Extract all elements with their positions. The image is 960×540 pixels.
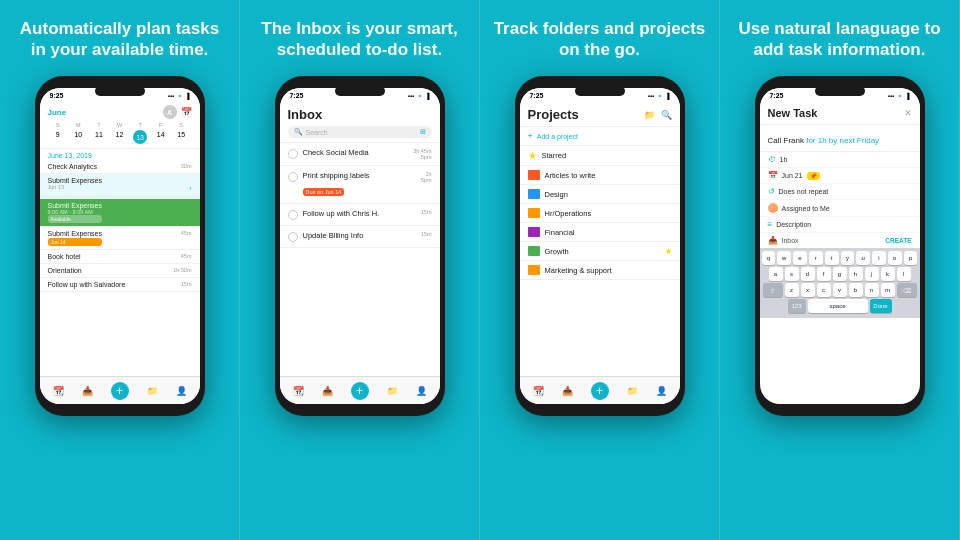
- folder-icon[interactable]: 📁: [644, 110, 655, 120]
- key-x[interactable]: x: [801, 283, 815, 297]
- key-done[interactable]: Done: [870, 299, 892, 313]
- key-shift[interactable]: ⇧: [763, 283, 783, 297]
- folder-articles-icon: [528, 170, 540, 180]
- proj-starred[interactable]: ★ Starred: [520, 146, 680, 166]
- key-v[interactable]: v: [833, 283, 847, 297]
- key-p[interactable]: p: [904, 251, 918, 265]
- tab-proj-active[interactable]: 📁: [627, 386, 638, 396]
- tab-cal-3[interactable]: 📆: [533, 386, 544, 396]
- search-projects-icon[interactable]: 🔍: [661, 110, 672, 120]
- task-book-hotel: Book hotel 45m: [40, 250, 200, 264]
- key-m[interactable]: m: [881, 283, 895, 297]
- key-l[interactable]: l: [897, 267, 911, 281]
- panel-newtask: Use natural lanaguage toadd task informa…: [720, 0, 960, 540]
- tab-proj-2[interactable]: 📁: [387, 386, 398, 396]
- arrow-icon: ›: [189, 185, 191, 192]
- key-d[interactable]: d: [801, 267, 815, 281]
- task-text-natural-language: for 1h by next Friday: [804, 136, 879, 145]
- tab-profile-3[interactable]: 👤: [656, 386, 667, 396]
- add-task-button-1[interactable]: +: [111, 382, 129, 400]
- key-b[interactable]: b: [849, 283, 863, 297]
- status-icons-4: ▪▪▪ 🔹 ▐: [888, 92, 910, 99]
- checkbox-2[interactable]: [288, 172, 298, 182]
- inbox-header: Inbox 🔍 Search ⊞: [280, 101, 440, 143]
- key-backspace[interactable]: ⌫: [897, 283, 917, 297]
- key-r[interactable]: r: [809, 251, 823, 265]
- detail-assignee[interactable]: Assigned to Me: [760, 200, 920, 217]
- screen-inbox: 7:25 ▪▪▪ 🔹 ▐ Inbox 🔍 Search ⊞ C: [280, 88, 440, 404]
- inbox-task-3: Follow up with Chris H. 15m: [280, 204, 440, 226]
- key-j[interactable]: j: [865, 267, 879, 281]
- panel3-headline: Track folders and projectson the go.: [494, 18, 706, 62]
- detail-date[interactable]: 📅 Jun 21 📌: [760, 168, 920, 184]
- tab-profile-1[interactable]: 👤: [176, 386, 187, 396]
- key-n[interactable]: n: [865, 283, 879, 297]
- detail-duration[interactable]: ⏱ 1h: [760, 152, 920, 168]
- add-project-row[interactable]: + Add a project: [520, 127, 680, 146]
- date-value: Jun 21: [782, 172, 803, 179]
- panel-calendar: Automatically plan tasksin your availabl…: [0, 0, 240, 540]
- folder-hr-icon: [528, 208, 540, 218]
- checkbox-4[interactable]: [288, 232, 298, 242]
- proj-hr[interactable]: Hr/Operations: [520, 204, 680, 223]
- virtual-keyboard[interactable]: q w e r t y u i o p a s d f g h: [760, 248, 920, 318]
- key-h[interactable]: h: [849, 267, 863, 281]
- tab-calendar[interactable]: 📆: [53, 386, 64, 396]
- detail-repeat[interactable]: ↺ Does not repeat: [760, 184, 920, 200]
- key-q[interactable]: q: [762, 251, 776, 265]
- key-u[interactable]: u: [856, 251, 870, 265]
- proj-articles[interactable]: Articles to write: [520, 166, 680, 185]
- proj-growth[interactable]: Growth ★: [520, 242, 680, 261]
- inbox-title: Inbox: [288, 107, 432, 122]
- key-f[interactable]: f: [817, 267, 831, 281]
- key-z[interactable]: z: [785, 283, 799, 297]
- tab-projects-1[interactable]: 📁: [147, 386, 158, 396]
- key-i[interactable]: i: [872, 251, 886, 265]
- key-space[interactable]: space: [808, 299, 868, 313]
- task-input-row[interactable]: Call Frank for 1h by next Friday: [760, 125, 920, 152]
- key-a[interactable]: a: [769, 267, 783, 281]
- key-123[interactable]: 123: [788, 299, 806, 313]
- key-w[interactable]: w: [777, 251, 791, 265]
- status-icons-1: ▪▪▪ 🔹 ▐: [168, 92, 190, 99]
- days-header: SMTWTFS: [48, 122, 192, 128]
- proj-marketing[interactable]: Marketing & support: [520, 261, 680, 280]
- close-button[interactable]: ×: [904, 106, 911, 120]
- tab-inbox-3[interactable]: 📥: [562, 386, 573, 396]
- add-task-button-2[interactable]: +: [351, 382, 369, 400]
- calendar-tab-icon: 📆: [53, 386, 64, 396]
- new-task-header: New Task ×: [760, 101, 920, 125]
- task-input-callFrank: Call Frank for 1h by next Friday: [768, 136, 880, 145]
- screen-projects: 7:25 ▪▪▪ 🔹 ▐ Projects 📁 🔍 + Add a projec…: [520, 88, 680, 404]
- due-badge: Due on Jun 14: [303, 188, 345, 196]
- checkbox-1[interactable]: [288, 149, 298, 159]
- add-task-button-3[interactable]: +: [591, 382, 609, 400]
- proj-financial[interactable]: Financial: [520, 223, 680, 242]
- key-c[interactable]: c: [817, 283, 831, 297]
- tab-profile-2[interactable]: 👤: [416, 386, 427, 396]
- detail-description[interactable]: ≡ Description: [760, 217, 920, 233]
- tab-inbox-active[interactable]: 📥: [322, 386, 333, 396]
- create-button[interactable]: CREATE: [885, 237, 911, 244]
- key-g[interactable]: g: [833, 267, 847, 281]
- key-s[interactable]: s: [785, 267, 799, 281]
- tab-inbox-1[interactable]: 📥: [82, 386, 93, 396]
- key-y[interactable]: y: [841, 251, 855, 265]
- tab-cal-2[interactable]: 📆: [293, 386, 304, 396]
- signal-icon-2: ▪▪▪: [408, 93, 414, 99]
- key-o[interactable]: o: [888, 251, 902, 265]
- pin-badge: 📌: [807, 172, 820, 180]
- key-k[interactable]: k: [881, 267, 895, 281]
- panel1-headline: Automatically plan tasksin your availabl…: [20, 18, 219, 62]
- calendar-week: 9 10 11 12 13 14 15: [48, 130, 192, 144]
- key-e[interactable]: e: [793, 251, 807, 265]
- inbox-row: 📥 Inbox CREATE: [760, 233, 920, 248]
- panel-projects: Track folders and projectson the go. 7:2…: [480, 0, 720, 540]
- proj-design[interactable]: Design: [520, 185, 680, 204]
- calendar-icon[interactable]: 📅: [181, 107, 192, 117]
- inbox-tab-icon: 📥: [82, 386, 93, 396]
- search-bar[interactable]: 🔍 Search ⊞: [288, 126, 432, 138]
- checkbox-3[interactable]: [288, 210, 298, 220]
- description-value: Description: [776, 221, 811, 228]
- key-t[interactable]: t: [825, 251, 839, 265]
